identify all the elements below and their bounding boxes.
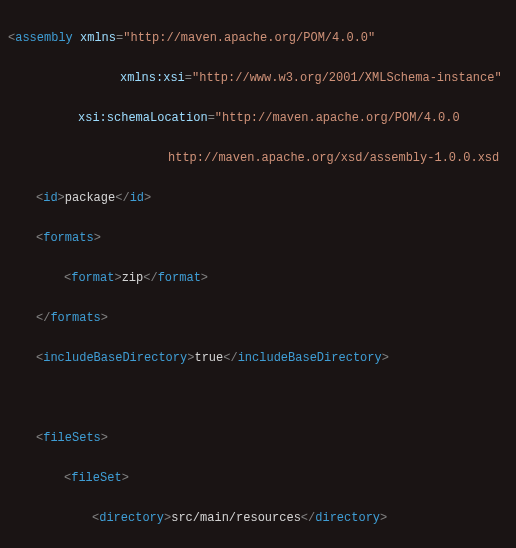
line: xsi:schemaLocation="http://maven.apache.… (8, 108, 492, 128)
line: <formats> (8, 228, 492, 248)
line: </formats> (8, 308, 492, 328)
line: <fileSets> (8, 428, 492, 448)
line (8, 388, 492, 408)
line: <directory>src/main/resources</directory… (8, 508, 492, 528)
line: <fileSet> (8, 468, 492, 488)
line: <includeBaseDirectory>true</includeBaseD… (8, 348, 492, 368)
line: xmlns:xsi="http://www.w3.org/2001/XMLSch… (8, 68, 492, 88)
line: http://maven.apache.org/xsd/assembly-1.0… (8, 148, 492, 168)
line: <assembly xmlns="http://maven.apache.org… (8, 28, 492, 48)
line: <id>package</id> (8, 188, 492, 208)
xml-code-block: <assembly xmlns="http://maven.apache.org… (8, 8, 492, 548)
line: <format>zip</format> (8, 268, 492, 288)
